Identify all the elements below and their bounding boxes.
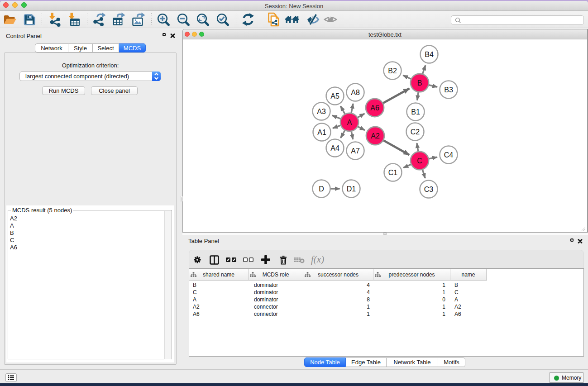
svg-text:A7: A7 <box>351 147 360 155</box>
svg-text:A8: A8 <box>351 89 360 96</box>
svg-text:A3: A3 <box>317 108 326 115</box>
svg-text:C2: C2 <box>411 128 420 136</box>
svg-text:B3: B3 <box>444 86 453 94</box>
svg-text:A4: A4 <box>330 144 339 152</box>
svg-text:B2: B2 <box>388 67 397 75</box>
svg-text:A5: A5 <box>330 92 339 100</box>
svg-text:A: A <box>347 119 352 126</box>
svg-text:B4: B4 <box>425 51 434 58</box>
svg-text:C4: C4 <box>444 151 454 159</box>
svg-text:B1: B1 <box>411 108 420 116</box>
svg-text:A2: A2 <box>371 132 380 140</box>
svg-text:D: D <box>319 185 324 193</box>
svg-text:C3: C3 <box>424 186 434 193</box>
svg-text:B: B <box>417 79 422 87</box>
svg-text:C1: C1 <box>388 169 398 176</box>
svg-text:A1: A1 <box>317 129 326 136</box>
svg-text:A6: A6 <box>370 104 379 112</box>
svg-text:D1: D1 <box>347 185 356 193</box>
svg-text:C: C <box>417 157 422 165</box>
